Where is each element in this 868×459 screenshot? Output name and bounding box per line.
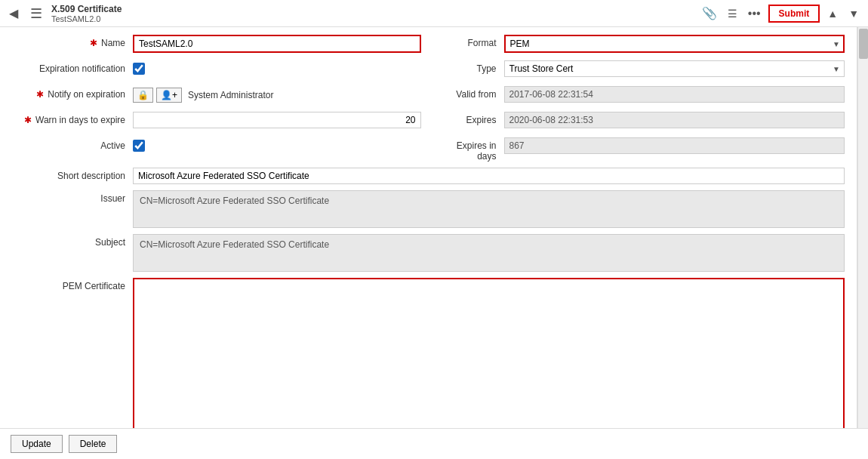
warn-days-section: ✱ Warn in days to expire — [12, 112, 421, 128]
submit-button[interactable]: Submit — [768, 5, 820, 23]
valid-from-field — [504, 86, 845, 103]
row-name-format: ✱ Name Format PEM DER PKCS1 — [12, 35, 845, 54]
subject-field: CN=Microsoft Azure Federated SSO Certifi… — [133, 234, 845, 272]
form-area: ✱ Name Format PEM DER PKCS1 — [0, 27, 857, 428]
format-select-wrapper: PEM DER PKCS12 ▼ — [504, 35, 845, 53]
active-field — [133, 137, 421, 152]
type-field: Trust Store Cert Client Cert Server Cert… — [504, 60, 845, 77]
row-warn-expires: ✱ Warn in days to expire Expires — [12, 112, 845, 131]
notify-label: ✱ Notify on expiration — [12, 86, 133, 100]
type-label: Type — [436, 60, 504, 74]
issuer-value: CN=Microsoft Azure Federated SSO Certifi… — [133, 190, 845, 228]
scrollbar-track[interactable] — [857, 27, 868, 428]
active-label: Active — [12, 137, 133, 151]
expiration-notification-label: Expiration notification — [12, 60, 133, 74]
type-select-wrapper: Trust Store Cert Client Cert Server Cert… — [504, 60, 845, 77]
expiration-notification-field — [133, 60, 421, 75]
back-button[interactable]: ◀ — [6, 5, 21, 22]
arrow-up-button[interactable]: ▲ — [824, 6, 841, 21]
pem-cert-field — [133, 278, 845, 428]
short-desc-field — [133, 168, 845, 184]
window-subtitle: TestSAML2.0 — [51, 14, 122, 23]
row-active-expiresindays: Active Expires in days — [12, 137, 845, 162]
name-field — [133, 35, 421, 53]
scrollbar-thumb[interactable] — [859, 29, 868, 59]
name-input[interactable] — [133, 35, 421, 53]
top-bar-title: X.509 Certificate TestSAML2.0 — [51, 4, 122, 23]
short-desc-input[interactable] — [133, 168, 845, 184]
expires-in-days-field — [504, 137, 845, 154]
name-section: ✱ Name — [12, 35, 421, 53]
bottom-bar: Update Delete — [0, 428, 868, 459]
top-bar: ◀ ☰ X.509 Certificate TestSAML2.0 📎 ☰ ••… — [0, 0, 868, 27]
issuer-field: CN=Microsoft Azure Federated SSO Certifi… — [133, 190, 845, 228]
notify-adduser-button[interactable]: 👤+ — [156, 88, 182, 103]
short-desc-label: Short description — [12, 168, 133, 181]
top-bar-right: 📎 ☰ ••• Submit ▲ ▼ — [699, 5, 862, 23]
attachment-button[interactable]: 📎 — [699, 5, 720, 22]
delete-button[interactable]: Delete — [69, 435, 118, 453]
active-section: Active — [12, 137, 421, 152]
update-button[interactable]: Update — [11, 435, 63, 453]
name-label: ✱ Name — [12, 35, 133, 48]
row-short-desc: Short description — [12, 168, 845, 184]
more-button[interactable]: ••• — [745, 5, 764, 22]
notify-lock-button[interactable]: 🔒 — [133, 88, 153, 103]
row-issuer: Issuer CN=Microsoft Azure Federated SSO … — [12, 190, 845, 228]
arrow-down-button[interactable]: ▼ — [845, 6, 862, 21]
settings-button[interactable]: ☰ — [725, 6, 740, 21]
window-title: X.509 Certificate — [51, 4, 122, 14]
format-field: PEM DER PKCS12 ▼ — [504, 35, 845, 53]
warn-days-input[interactable] — [133, 112, 421, 128]
expiration-notification-section: Expiration notification — [12, 60, 421, 75]
type-section: Type Trust Store Cert Client Cert Server… — [421, 60, 845, 77]
subject-label: Subject — [12, 234, 133, 248]
notify-section: ✱ Notify on expiration 🔒 👤+ System Admin… — [12, 86, 421, 103]
row-expiration-type: Expiration notification Type Trust Store… — [12, 60, 845, 80]
expires-input — [504, 112, 845, 128]
expires-in-days-input — [504, 137, 845, 154]
expires-field — [504, 112, 845, 128]
warn-days-field — [133, 112, 421, 128]
expiration-notification-checkbox[interactable] — [133, 63, 145, 75]
format-select[interactable]: PEM DER PKCS12 — [504, 35, 845, 53]
row-pem-cert: PEM Certificate — [12, 278, 845, 428]
pem-cert-textarea[interactable] — [133, 278, 845, 428]
format-label: Format — [436, 35, 504, 48]
row-subject: Subject CN=Microsoft Azure Federated SSO… — [12, 234, 845, 272]
expires-in-days-label: Expires in days — [436, 137, 504, 162]
issuer-label: Issuer — [12, 190, 133, 204]
format-section: Format PEM DER PKCS12 ▼ — [421, 35, 845, 53]
valid-from-label: Valid from — [436, 86, 504, 100]
expires-in-days-section: Expires in days — [421, 137, 845, 162]
menu-button[interactable]: ☰ — [27, 4, 45, 23]
notify-value: System Administrator — [188, 90, 273, 100]
subject-value: CN=Microsoft Azure Federated SSO Certifi… — [133, 234, 845, 272]
notify-field: 🔒 👤+ System Administrator — [133, 86, 421, 103]
type-select[interactable]: Trust Store Cert Client Cert Server Cert — [504, 60, 845, 77]
top-bar-left: ◀ ☰ X.509 Certificate TestSAML2.0 — [6, 4, 122, 23]
pem-cert-label: PEM Certificate — [12, 278, 133, 291]
expires-label: Expires — [436, 112, 504, 125]
row-notify-validfrom: ✱ Notify on expiration 🔒 👤+ System Admin… — [12, 86, 845, 106]
warn-days-label: ✱ Warn in days to expire — [12, 112, 133, 125]
active-checkbox[interactable] — [133, 140, 145, 152]
expires-section: Expires — [421, 112, 845, 128]
valid-from-section: Valid from — [421, 86, 845, 103]
main-content: ✱ Name Format PEM DER PKCS1 — [0, 27, 868, 428]
valid-from-input — [504, 86, 845, 103]
